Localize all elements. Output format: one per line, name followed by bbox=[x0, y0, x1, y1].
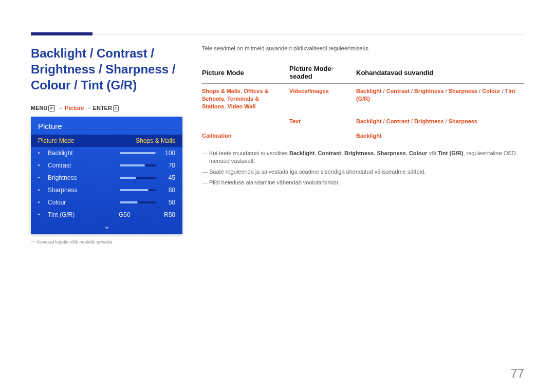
osd-slider-row[interactable]: Brightness45 bbox=[31, 172, 182, 184]
th-picture-mode: Picture Mode bbox=[202, 63, 289, 84]
osd-panel: Picture Picture Mode Shops & Malls Backl… bbox=[31, 117, 182, 234]
page-number: 77 bbox=[510, 366, 524, 381]
table-row: Shops & Malls, Offices & Schools, Termin… bbox=[202, 84, 524, 114]
table-row: TextBacklight / Contrast / Brightness / … bbox=[202, 114, 524, 129]
osd-picture-mode-row[interactable]: Picture Mode Shops & Malls bbox=[31, 135, 182, 147]
chevron-down-icon[interactable]: ⌄ bbox=[31, 221, 182, 230]
intro-text: Teie seadmel on mitmeid suvandeid pildik… bbox=[202, 45, 524, 51]
options-table: Picture Mode Picture Mode-seaded Kohanda… bbox=[202, 63, 524, 143]
osd-slider-row[interactable]: Colour50 bbox=[31, 196, 182, 209]
note-2: Saate reguleerida ja salvestada iga sead… bbox=[202, 168, 524, 176]
th-picture-mode-seaded: Picture Mode-seaded bbox=[289, 63, 356, 84]
osd-title: Picture bbox=[31, 117, 182, 135]
section-title: Backlight / Contrast / Brightness / Shar… bbox=[31, 45, 182, 94]
osd-slider-row[interactable]: Backlight100 bbox=[31, 147, 182, 159]
table-row: CalibrationBacklight bbox=[202, 128, 524, 143]
osd-footnote: Kuvatud kujutis võib mudeliti erineda. bbox=[31, 239, 182, 245]
osd-tint-row[interactable]: Tint (G/R) G50R50 bbox=[31, 209, 182, 221]
th-kohandatavad: Kohandatavad suvandid bbox=[356, 63, 524, 84]
note-1: Kui teete muudatusi suvandites Backlight… bbox=[202, 150, 524, 165]
osd-slider-row[interactable]: Sharpness80 bbox=[31, 184, 182, 196]
osd-slider-row[interactable]: Contrast70 bbox=[31, 159, 182, 172]
menu-icon: m bbox=[48, 105, 55, 111]
menu-path: MENUm → Picture → ENTERE bbox=[31, 105, 182, 111]
enter-icon: E bbox=[113, 105, 119, 111]
note-3: Pildi heleduse alandamine vähendab voolu… bbox=[202, 179, 524, 186]
